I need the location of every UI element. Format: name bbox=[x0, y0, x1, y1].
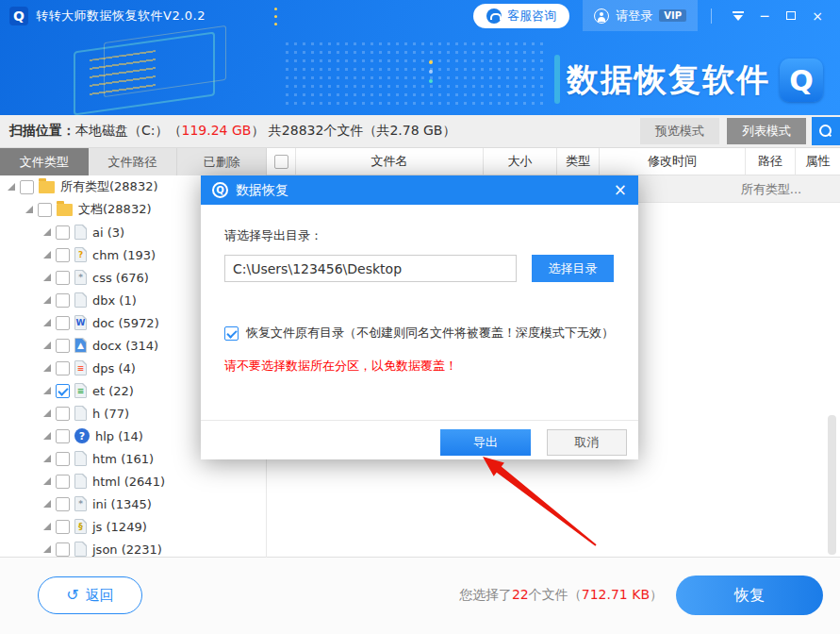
file-type-glyph: * bbox=[78, 274, 83, 282]
tree-scrollbar-thumb[interactable] bbox=[828, 415, 836, 555]
tree-item-16[interactable]: json (2231) bbox=[0, 538, 266, 558]
banner-decoration bbox=[283, 40, 547, 108]
expander-icon[interactable] bbox=[8, 183, 15, 191]
expander-icon[interactable] bbox=[43, 477, 51, 485]
customer-service-button[interactable]: 客服咨询 bbox=[473, 4, 569, 28]
tree-checkbox[interactable] bbox=[56, 520, 70, 534]
restore-structure-checkbox[interactable] bbox=[224, 326, 239, 341]
tab-2[interactable]: 已删除 bbox=[177, 148, 267, 175]
tree-item-label: 文档(28832) bbox=[78, 201, 152, 218]
expander-icon[interactable] bbox=[43, 342, 51, 349]
expander-icon[interactable] bbox=[43, 523, 51, 530]
tree-checkbox[interactable] bbox=[56, 339, 70, 353]
tree-checkbox[interactable] bbox=[38, 203, 52, 217]
scan-disk-size: 119.24 GB bbox=[182, 123, 252, 138]
tree-item-15[interactable]: §js (1249) bbox=[0, 515, 266, 538]
tree-checkbox[interactable] bbox=[56, 497, 70, 511]
folder-icon bbox=[39, 181, 55, 193]
summary-suffix: ） bbox=[650, 587, 663, 602]
titlebar: Q 转转大师数据恢复软件V2.0.2 客服咨询 请登录 VIP ─ × bbox=[0, 0, 840, 31]
tree-checkbox[interactable] bbox=[20, 180, 34, 194]
tree-checkbox[interactable] bbox=[56, 475, 70, 489]
tree-checkbox[interactable] bbox=[56, 429, 70, 443]
user-icon bbox=[594, 8, 609, 24]
file-list-header: 文件名大小类型修改时间路径属性 bbox=[267, 148, 840, 175]
tree-checkbox[interactable] bbox=[56, 407, 70, 421]
back-button[interactable]: ↺ 返回 bbox=[38, 576, 142, 614]
file-icon: * bbox=[74, 496, 87, 511]
column-header-1[interactable]: 大小 bbox=[483, 148, 556, 175]
search-button[interactable] bbox=[812, 117, 840, 145]
tree-item-label: 所有类型(28832) bbox=[60, 178, 158, 195]
tab-1[interactable]: 文件路径 bbox=[89, 148, 178, 175]
expander-icon[interactable] bbox=[43, 432, 51, 440]
file-icon bbox=[74, 451, 87, 466]
tree-item-label: et (22) bbox=[92, 384, 134, 398]
list-mode-button[interactable]: 列表模式 bbox=[727, 118, 806, 144]
theme-button[interactable] bbox=[725, 0, 751, 31]
expander-icon[interactable] bbox=[43, 387, 51, 394]
expander-icon[interactable] bbox=[43, 319, 51, 326]
export-path-input[interactable] bbox=[224, 255, 517, 282]
scan-files-count: 共28832个文件（共2.78 GB） bbox=[269, 123, 456, 138]
tree-item-label: h (77) bbox=[92, 407, 129, 421]
file-type-glyph: ≡ bbox=[77, 364, 85, 373]
file-type-glyph: ▲ bbox=[77, 342, 84, 350]
recover-button[interactable]: 恢复 bbox=[676, 576, 823, 615]
expander-icon[interactable] bbox=[43, 455, 51, 462]
expander-icon[interactable] bbox=[43, 296, 51, 304]
tree-checkbox[interactable] bbox=[56, 361, 70, 375]
tree-item-14[interactable]: *ini (1345) bbox=[0, 492, 266, 515]
file-icon: § bbox=[74, 519, 87, 534]
selected-count: 22 bbox=[512, 587, 529, 602]
tree-item-label: dbx (1) bbox=[92, 293, 137, 308]
expander-icon[interactable] bbox=[43, 500, 51, 508]
row-path-text: 所有类型... bbox=[729, 181, 814, 198]
dialog-close-icon[interactable]: × bbox=[614, 182, 627, 198]
cancel-button[interactable]: 取消 bbox=[547, 429, 627, 456]
tree-item-label: ai (3) bbox=[92, 225, 124, 240]
export-button[interactable]: 导出 bbox=[440, 429, 531, 456]
expander-icon[interactable] bbox=[43, 274, 51, 281]
expander-icon[interactable] bbox=[43, 228, 51, 236]
tree-checkbox[interactable] bbox=[56, 271, 70, 285]
header-banner: Q 转转大师数据恢复软件V2.0.2 客服咨询 请登录 VIP ─ × bbox=[0, 0, 840, 115]
scan-sep: ） bbox=[251, 123, 268, 138]
maximize-icon bbox=[786, 11, 796, 20]
column-header-4[interactable]: 路径 bbox=[745, 148, 795, 175]
expander-icon[interactable] bbox=[25, 206, 33, 213]
expander-icon[interactable] bbox=[43, 545, 51, 553]
expander-icon[interactable] bbox=[43, 409, 51, 417]
minimize-button[interactable]: ─ bbox=[751, 0, 778, 31]
tree-checkbox[interactable] bbox=[56, 293, 70, 308]
tree-item-13[interactable]: html (2641) bbox=[0, 470, 266, 492]
tree-checkbox[interactable] bbox=[56, 452, 70, 466]
column-header-2[interactable]: 类型 bbox=[556, 148, 599, 175]
column-header-3[interactable]: 修改时间 bbox=[599, 148, 745, 175]
select-all-checkbox[interactable] bbox=[274, 155, 288, 169]
tree-checkbox[interactable] bbox=[56, 542, 70, 557]
choose-directory-button[interactable]: 选择目录 bbox=[532, 255, 614, 282]
file-type-glyph: ? bbox=[78, 251, 83, 259]
expander-icon[interactable] bbox=[43, 251, 51, 259]
customer-service-label: 客服咨询 bbox=[507, 8, 556, 25]
tab-0[interactable]: 文件类型 bbox=[0, 148, 89, 175]
tree-item-label: chm (193) bbox=[92, 248, 156, 262]
footer-bar: ↺ 返回 您选择了22个文件（712.71 KB） 恢复 bbox=[0, 558, 840, 634]
banner-decoration bbox=[429, 60, 433, 64]
tree-item-label: hlp (14) bbox=[95, 429, 143, 443]
tree-checkbox[interactable] bbox=[56, 384, 70, 398]
preview-mode-button[interactable]: 预览模式 bbox=[640, 118, 719, 144]
file-icon: ≡ bbox=[74, 360, 87, 375]
tree-checkbox[interactable] bbox=[56, 248, 70, 262]
tree-checkbox[interactable] bbox=[56, 225, 70, 240]
column-header-5[interactable]: 属性 bbox=[795, 148, 840, 175]
expander-icon[interactable] bbox=[43, 364, 51, 372]
tree-checkbox[interactable] bbox=[56, 316, 70, 330]
headset-icon bbox=[486, 8, 502, 24]
tree-item-label: css (676) bbox=[92, 271, 149, 285]
close-button[interactable]: × bbox=[804, 0, 831, 31]
maximize-button[interactable] bbox=[778, 0, 804, 31]
login-button[interactable]: 请登录 VIP bbox=[583, 0, 698, 31]
column-header-0[interactable]: 文件名 bbox=[295, 148, 483, 175]
